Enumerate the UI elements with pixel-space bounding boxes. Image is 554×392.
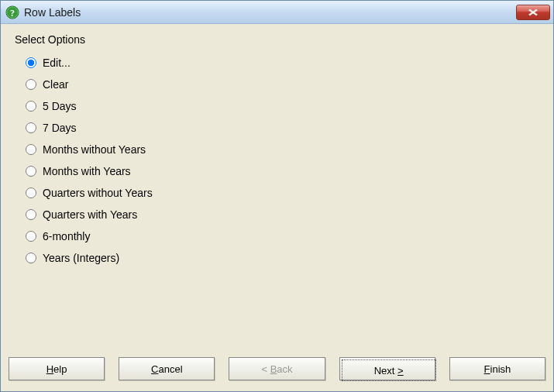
button-row: Help Cancel < Back Next > Finish (1, 351, 553, 391)
close-button[interactable] (516, 5, 550, 20)
radio-label[interactable]: Clear (43, 78, 68, 91)
help-icon: ? (5, 5, 19, 19)
radio-label[interactable]: Months without Years (43, 143, 146, 156)
help-button[interactable]: Help (9, 357, 105, 380)
radio-option[interactable]: 7 Days (26, 117, 539, 139)
radio-group: Edit...Clear5 Days7 DaysMonths without Y… (15, 52, 539, 269)
radio-input[interactable] (26, 57, 36, 68)
radio-label[interactable]: Months with Years (43, 165, 131, 177)
radio-option[interactable]: Months without Years (26, 139, 539, 160)
button-label: Cancel (151, 363, 182, 375)
radio-input[interactable] (26, 209, 36, 220)
radio-label[interactable]: 5 Days (43, 100, 77, 112)
radio-input[interactable] (26, 166, 36, 177)
radio-input[interactable] (26, 187, 36, 198)
cancel-button[interactable]: Cancel (119, 357, 215, 380)
radio-option[interactable]: Clear (26, 74, 539, 95)
radio-option[interactable]: Edit... (26, 52, 539, 74)
back-button: < Back (229, 357, 325, 380)
radio-label[interactable]: 7 Days (43, 122, 77, 134)
radio-option[interactable]: Quarters with Years (26, 204, 539, 225)
radio-input[interactable] (26, 122, 36, 133)
button-label: Help (46, 363, 67, 375)
radio-label[interactable]: Quarters without Years (43, 187, 153, 199)
radio-option[interactable]: 6-monthly (26, 225, 539, 247)
titlebar: ? Row Labels (1, 1, 553, 24)
radio-option[interactable]: 5 Days (26, 95, 539, 117)
radio-option[interactable]: Months with Years (26, 160, 539, 182)
radio-label[interactable]: Quarters with Years (43, 208, 137, 221)
section-label: Select Options (15, 33, 539, 46)
close-icon (528, 9, 539, 16)
button-label: Next > (374, 365, 404, 377)
button-label: Finish (484, 363, 511, 375)
svg-text:?: ? (10, 7, 15, 18)
radio-label[interactable]: Edit... (43, 57, 71, 69)
radio-option[interactable]: Years (Integers) (26, 247, 539, 269)
radio-label[interactable]: 6-monthly (43, 230, 90, 242)
next-button[interactable]: Next > (339, 357, 435, 380)
window-title: Row Labels (24, 6, 516, 19)
finish-button[interactable]: Finish (449, 357, 545, 380)
radio-input[interactable] (26, 253, 36, 263)
radio-option[interactable]: Quarters without Years (26, 182, 539, 204)
dialog-content: Select Options Edit...Clear5 Days7 DaysM… (1, 24, 553, 351)
radio-input[interactable] (26, 144, 36, 155)
radio-input[interactable] (26, 79, 36, 90)
radio-input[interactable] (26, 231, 36, 242)
button-label: < Back (261, 363, 292, 375)
radio-label[interactable]: Years (Integers) (43, 252, 119, 264)
dialog-window: ? Row Labels Select Options Edit...Clear… (0, 0, 554, 392)
radio-input[interactable] (26, 101, 36, 112)
